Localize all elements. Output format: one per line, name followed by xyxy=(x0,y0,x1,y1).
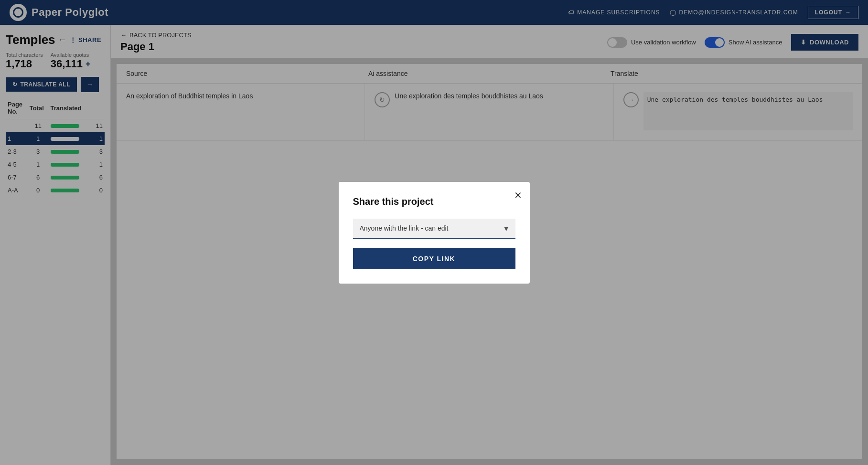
share-select-wrapper: Anyone with the link - can editAnyone wi… xyxy=(353,219,515,239)
share-modal: Share this project ✕ Anyone with the lin… xyxy=(339,182,530,284)
modal-close-button[interactable]: ✕ xyxy=(514,190,522,201)
modal-overlay[interactable]: Share this project ✕ Anyone with the lin… xyxy=(0,0,868,465)
share-access-select[interactable]: Anyone with the link - can editAnyone wi… xyxy=(353,219,515,239)
modal-title: Share this project xyxy=(353,196,515,207)
copy-link-button[interactable]: COPY LINK xyxy=(353,248,515,269)
